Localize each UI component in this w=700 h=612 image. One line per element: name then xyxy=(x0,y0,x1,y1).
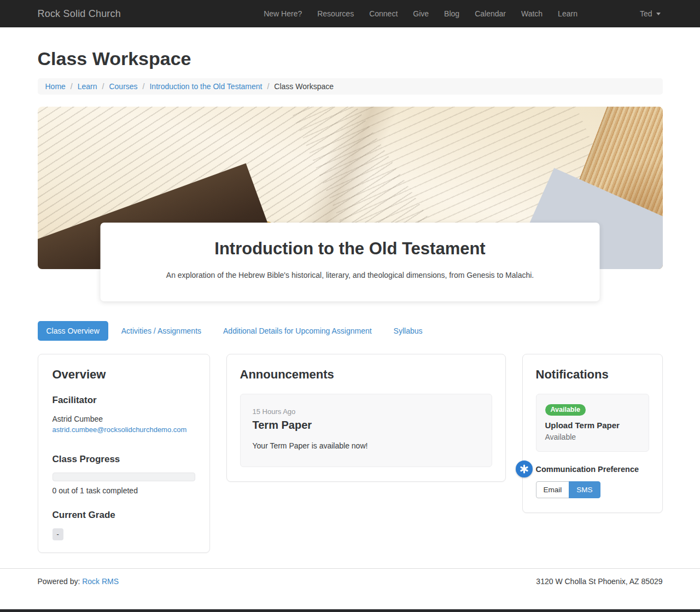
powered-by-text: Powered by: xyxy=(38,577,80,586)
nav-item-give[interactable]: Give xyxy=(405,1,436,26)
class-progress-label: Class Progress xyxy=(52,454,195,465)
breadcrumb-courses[interactable]: Courses xyxy=(109,82,137,91)
nav-item-connect[interactable]: Connect xyxy=(361,1,405,26)
nav-item-new-here[interactable]: New Here? xyxy=(256,1,310,26)
chevron-down-icon xyxy=(656,13,661,15)
nav-links: New Here? Resources Connect Give Blog Ca… xyxy=(256,1,585,26)
announcement-title: Term Paper xyxy=(253,419,480,432)
brand-link[interactable]: Rock Solid Church xyxy=(38,8,121,20)
announcement-timestamp: 15 Hours Ago xyxy=(253,407,480,416)
bottom-dark-strip xyxy=(0,609,700,612)
user-menu[interactable]: Ted xyxy=(638,1,663,26)
breadcrumb-separator: / xyxy=(143,82,145,91)
communication-preference-toggle: Email SMS xyxy=(536,481,649,498)
tab-activities-assignments[interactable]: Activities / Assignments xyxy=(113,321,210,341)
asterisk-icon xyxy=(520,464,529,474)
tab-class-overview[interactable]: Class Overview xyxy=(38,321,108,341)
page-footer: Powered by: Rock RMS 3120 W Cholla St Ph… xyxy=(0,568,700,608)
breadcrumb: Home / Learn / Courses / Introduction to… xyxy=(38,78,663,95)
progress-bar xyxy=(52,473,195,481)
notifications-card: Notifications Available Upload Term Pape… xyxy=(522,354,663,513)
course-title-card: Introduction to the Old Testament An exp… xyxy=(101,223,600,301)
cards-row: Overview Facilitator Astrid Cumbee astri… xyxy=(38,354,663,553)
progress-text: 0 out of 1 task completed xyxy=(52,486,195,495)
notification-item[interactable]: Available Upload Term Paper Available xyxy=(536,394,649,452)
breadcrumb-separator: / xyxy=(267,82,269,91)
main-content: Class Workspace Home / Learn / Courses /… xyxy=(38,48,663,553)
course-title: Introduction to the Old Testament xyxy=(133,239,567,259)
overview-card: Overview Facilitator Astrid Cumbee astri… xyxy=(38,354,210,553)
tab-additional-details[interactable]: Additional Details for Upcoming Assignme… xyxy=(214,321,381,341)
grade-badge: - xyxy=(52,528,63,540)
notification-title: Upload Term Paper xyxy=(545,421,640,430)
nav-item-learn[interactable]: Learn xyxy=(550,1,585,26)
tab-syllabus[interactable]: Syllabus xyxy=(385,321,431,341)
announcements-heading: Announcements xyxy=(240,368,492,382)
page-title: Class Workspace xyxy=(38,48,663,69)
asterisk-marker-icon xyxy=(516,461,533,477)
hero-section: Introduction to the Old Testament An exp… xyxy=(38,107,663,269)
nav-item-resources[interactable]: Resources xyxy=(310,1,361,26)
current-grade-label: Current Grade xyxy=(52,510,195,521)
tab-bar: Class Overview Activities / Assignments … xyxy=(38,321,663,341)
notifications-heading: Notifications xyxy=(536,368,649,382)
announcements-card: Announcements 15 Hours Ago Term Paper Yo… xyxy=(226,354,506,482)
communication-preference-label: Communication Preference xyxy=(536,465,649,474)
footer-address: 3120 W Cholla St Phoenix, AZ 85029 xyxy=(536,577,662,586)
overview-heading: Overview xyxy=(52,368,195,382)
breadcrumb-course-name[interactable]: Introduction to the Old Testament xyxy=(149,82,262,91)
breadcrumb-learn[interactable]: Learn xyxy=(78,82,97,91)
breadcrumb-separator: / xyxy=(71,82,73,91)
user-name: Ted xyxy=(640,9,652,18)
facilitator-email-link[interactable]: astrid.cumbee@rocksolidchurchdemo.com xyxy=(52,424,187,435)
nav-item-blog[interactable]: Blog xyxy=(436,1,467,26)
status-badge: Available xyxy=(545,404,586,416)
course-description: An exploration of the Hebrew Bible's his… xyxy=(133,271,567,279)
announcement-item: 15 Hours Ago Term Paper Your Term Paper … xyxy=(240,394,492,467)
breadcrumb-current: Class Workspace xyxy=(274,82,334,91)
nav-item-calendar[interactable]: Calendar xyxy=(467,1,514,26)
facilitator-name: Astrid Cumbee xyxy=(52,413,195,424)
rock-rms-link[interactable]: Rock RMS xyxy=(82,577,119,586)
powered-by: Powered by: Rock RMS xyxy=(38,577,119,586)
top-navbar: Rock Solid Church New Here? Resources Co… xyxy=(0,0,700,27)
breadcrumb-separator: / xyxy=(102,82,104,91)
comm-pref-option-sms[interactable]: SMS xyxy=(569,481,600,498)
nav-item-watch[interactable]: Watch xyxy=(514,1,550,26)
notification-status: Available xyxy=(545,433,640,441)
announcement-body: Your Term Paper is available now! xyxy=(253,441,480,450)
facilitator-label: Facilitator xyxy=(52,395,195,406)
comm-pref-option-email[interactable]: Email xyxy=(536,481,570,498)
breadcrumb-home[interactable]: Home xyxy=(45,82,66,91)
communication-preference-section: Communication Preference Email SMS xyxy=(536,465,649,498)
